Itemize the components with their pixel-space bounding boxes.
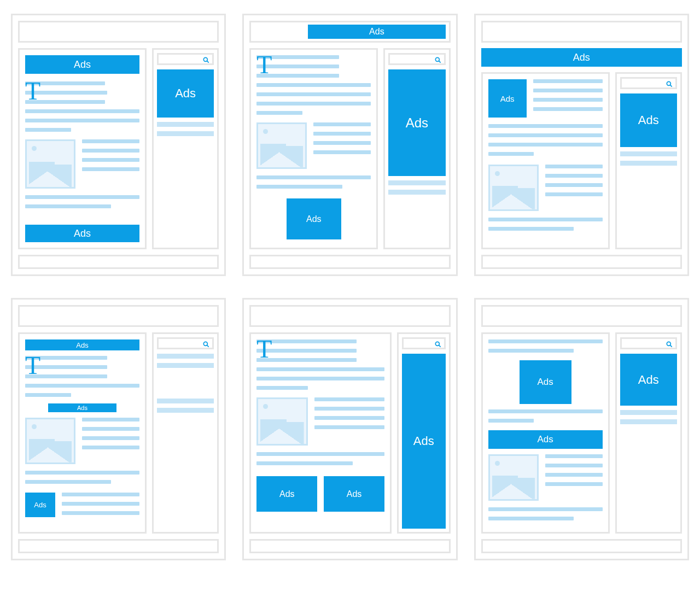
wireframe-gallery: Ads T Ads A <box>0 0 700 577</box>
main-column: Ads T Ads Ads <box>18 332 147 534</box>
ad-inline-small: Ads <box>488 79 527 118</box>
page-header <box>481 21 682 43</box>
drop-cap: T <box>25 356 40 376</box>
image-placeholder <box>488 454 539 501</box>
main-column: T Ads Ads <box>249 332 392 534</box>
svg-point-0 <box>204 57 208 61</box>
page-footer <box>18 539 219 553</box>
search-box <box>157 337 214 349</box>
page-header <box>18 21 219 43</box>
image-placeholder <box>25 139 75 189</box>
page-footer <box>249 255 450 269</box>
ad-under-header-banner: Ads <box>481 48 682 67</box>
main-column: Ads <box>481 72 610 249</box>
ad-skyscraper: Ads <box>402 354 446 529</box>
image-placeholder <box>256 397 307 446</box>
search-box <box>157 53 214 65</box>
image-placeholder <box>25 418 75 464</box>
ad-side-square: Ads <box>620 93 677 147</box>
ad-header-banner: Ads <box>308 25 446 39</box>
image-placeholder <box>488 165 539 211</box>
search-icon <box>202 341 210 348</box>
image-placeholder <box>256 122 307 169</box>
main-column: T Ads <box>249 48 378 249</box>
ad-bottom-square-2: Ads <box>324 476 384 512</box>
layout-card-1: Ads T Ads A <box>11 14 226 276</box>
main-column: Ads Ads <box>481 332 610 534</box>
ad-side-square: Ads <box>620 354 677 406</box>
svg-point-4 <box>667 81 670 85</box>
ad-side-square: Ads <box>157 69 214 118</box>
svg-line-7 <box>207 345 209 347</box>
search-icon <box>666 341 673 348</box>
ad-side-tall: Ads <box>388 69 445 176</box>
layout-card-6: Ads Ads Ads <box>474 298 689 560</box>
search-box <box>402 337 446 349</box>
ad-inline-strip: Ads <box>48 403 116 412</box>
ad-small-square: Ads <box>25 493 55 517</box>
ad-center-square: Ads <box>520 360 571 404</box>
svg-line-3 <box>439 61 440 62</box>
layout-card-4: Ads T Ads Ads <box>11 298 226 560</box>
main-column: Ads T Ads <box>18 48 147 249</box>
page-footer <box>481 539 682 553</box>
page-header <box>481 305 682 327</box>
svg-point-6 <box>204 342 208 346</box>
search-box <box>620 77 677 89</box>
drop-cap: T <box>256 55 272 75</box>
search-icon <box>202 56 210 64</box>
page-footer <box>249 539 450 553</box>
svg-point-8 <box>435 342 439 346</box>
sidebar: Ads <box>615 72 682 249</box>
svg-line-5 <box>670 85 672 86</box>
layout-card-2: Ads T Ads <box>242 14 457 276</box>
search-icon <box>434 341 442 348</box>
layout-card-5: T Ads Ads Ads <box>242 298 457 560</box>
sidebar <box>152 332 219 534</box>
svg-line-11 <box>670 345 672 347</box>
ad-top-banner: Ads <box>25 55 139 74</box>
page-header: Ads <box>249 21 450 43</box>
search-icon <box>434 56 442 64</box>
svg-point-2 <box>435 57 439 61</box>
layout-card-3: Ads Ads Ads <box>474 14 689 276</box>
drop-cap: T <box>25 81 40 101</box>
search-box <box>388 53 445 65</box>
sidebar: Ads <box>383 48 450 249</box>
sidebar: Ads <box>152 48 219 249</box>
sidebar: Ads <box>615 332 682 534</box>
svg-point-10 <box>667 342 670 346</box>
search-icon <box>666 80 673 88</box>
sidebar: Ads <box>397 332 451 534</box>
page-footer <box>18 255 219 269</box>
ad-bottom-square-1: Ads <box>256 476 317 512</box>
page-footer <box>481 255 682 269</box>
svg-line-9 <box>439 345 440 347</box>
search-box <box>620 337 677 349</box>
ad-mid-banner: Ads <box>488 430 603 449</box>
ad-bottom-banner: Ads <box>25 225 139 242</box>
page-header <box>18 305 219 327</box>
drop-cap: T <box>256 339 272 359</box>
page-header <box>249 305 450 327</box>
ad-slim-banner: Ads <box>25 339 139 350</box>
ad-mid-square: Ads <box>287 198 341 239</box>
svg-line-1 <box>207 61 209 62</box>
